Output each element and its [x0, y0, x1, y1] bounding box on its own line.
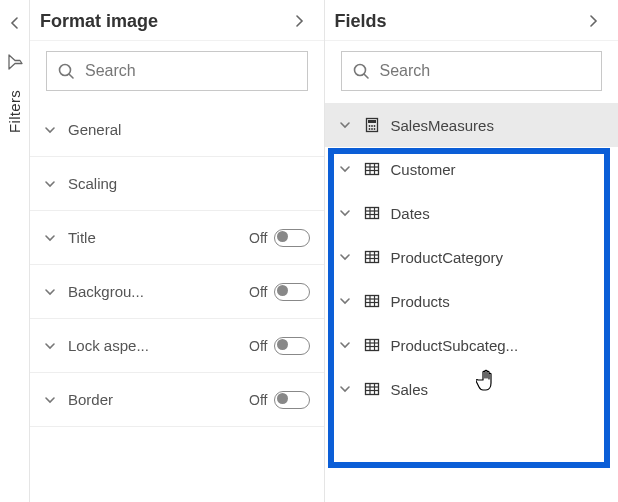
svg-line-3: [364, 74, 368, 78]
format-pane-header: Format image: [30, 0, 324, 41]
filters-label[interactable]: Filters: [6, 90, 23, 133]
format-section[interactable]: Backgrou...Off: [30, 265, 324, 319]
filter-icon[interactable]: [7, 54, 23, 70]
chevron-down-icon: [44, 124, 58, 136]
format-toggle[interactable]: Off: [249, 283, 309, 301]
format-search[interactable]: [46, 51, 308, 91]
fields-search[interactable]: [341, 51, 603, 91]
fields-table-name: Dates: [391, 205, 430, 222]
svg-rect-12: [365, 164, 378, 175]
fields-search-input[interactable]: [380, 62, 592, 80]
table-icon: [363, 336, 381, 354]
format-section[interactable]: BorderOff: [30, 373, 324, 427]
svg-point-8: [373, 125, 375, 127]
chevron-down-icon: [339, 163, 353, 175]
fields-table-item[interactable]: ProductCategory: [325, 235, 619, 279]
chevron-down-icon: [339, 119, 353, 131]
format-pane-title: Format image: [40, 11, 280, 32]
svg-line-1: [69, 74, 73, 78]
toggle-state-label: Off: [249, 284, 267, 300]
calculator-icon: [363, 116, 381, 134]
chevron-down-icon: [44, 232, 58, 244]
fields-table-item[interactable]: SalesMeasures: [325, 103, 619, 147]
toggle-switch[interactable]: [274, 337, 310, 355]
fields-table-name: Sales: [391, 381, 429, 398]
table-icon: [363, 204, 381, 222]
fields-table-item[interactable]: Customer: [325, 147, 619, 191]
chevron-down-icon: [339, 339, 353, 351]
chevron-down-icon: [44, 178, 58, 190]
fields-table-name: SalesMeasures: [391, 117, 494, 134]
search-icon: [57, 62, 75, 80]
chevron-down-icon: [339, 207, 353, 219]
chevron-down-icon: [339, 251, 353, 263]
fields-table-name: Products: [391, 293, 450, 310]
table-icon: [363, 160, 381, 178]
format-toggle[interactable]: Off: [249, 391, 309, 409]
format-section-label: General: [68, 121, 310, 138]
fields-table-item[interactable]: Products: [325, 279, 619, 323]
svg-rect-5: [368, 120, 376, 123]
svg-rect-37: [365, 384, 378, 395]
svg-point-9: [368, 128, 370, 130]
svg-rect-27: [365, 296, 378, 307]
format-toggle[interactable]: Off: [249, 337, 309, 355]
toggle-switch[interactable]: [274, 391, 310, 409]
svg-rect-32: [365, 340, 378, 351]
format-search-input[interactable]: [85, 62, 297, 80]
fields-pane-header: Fields: [325, 0, 619, 41]
table-icon: [363, 248, 381, 266]
format-section-label: Title: [68, 229, 239, 246]
toggle-switch[interactable]: [274, 229, 310, 247]
toggle-state-label: Off: [249, 230, 267, 246]
fields-table-item[interactable]: Sales: [325, 367, 619, 411]
chevron-down-icon: [339, 295, 353, 307]
search-icon: [352, 62, 370, 80]
svg-point-7: [371, 125, 373, 127]
format-section[interactable]: Lock aspe...Off: [30, 319, 324, 373]
format-section[interactable]: General: [30, 103, 324, 157]
table-icon: [363, 292, 381, 310]
format-section-label: Border: [68, 391, 239, 408]
chevron-left-icon[interactable]: [4, 12, 26, 34]
chevron-down-icon: [44, 340, 58, 352]
filters-rail: Filters: [0, 0, 30, 502]
fields-table-name: Customer: [391, 161, 456, 178]
svg-point-10: [371, 128, 373, 130]
toggle-state-label: Off: [249, 392, 267, 408]
fields-table-name: ProductCategory: [391, 249, 504, 266]
format-section[interactable]: Scaling: [30, 157, 324, 211]
format-list: GeneralScalingTitleOffBackgrou...OffLock…: [30, 103, 324, 502]
fields-list: SalesMeasuresCustomerDatesProductCategor…: [325, 103, 619, 502]
fields-table-item[interactable]: Dates: [325, 191, 619, 235]
format-pane: Format image GeneralScalingTitleOffBackg…: [30, 0, 325, 502]
format-section-label: Scaling: [68, 175, 310, 192]
svg-point-11: [373, 128, 375, 130]
format-section-label: Backgrou...: [68, 283, 239, 300]
chevron-right-icon[interactable]: [288, 10, 310, 32]
svg-rect-22: [365, 252, 378, 263]
fields-table-name: ProductSubcateg...: [391, 337, 519, 354]
chevron-down-icon: [44, 394, 58, 406]
chevron-down-icon: [44, 286, 58, 298]
toggle-switch[interactable]: [274, 283, 310, 301]
chevron-right-icon[interactable]: [582, 10, 604, 32]
fields-pane-title: Fields: [335, 11, 575, 32]
svg-point-6: [368, 125, 370, 127]
fields-pane: Fields SalesMeasuresCustomerDatesProduct…: [325, 0, 619, 502]
table-icon: [363, 380, 381, 398]
fields-table-item[interactable]: ProductSubcateg...: [325, 323, 619, 367]
chevron-down-icon: [339, 383, 353, 395]
format-toggle[interactable]: Off: [249, 229, 309, 247]
format-section-label: Lock aspe...: [68, 337, 239, 354]
toggle-state-label: Off: [249, 338, 267, 354]
svg-rect-17: [365, 208, 378, 219]
format-section[interactable]: TitleOff: [30, 211, 324, 265]
